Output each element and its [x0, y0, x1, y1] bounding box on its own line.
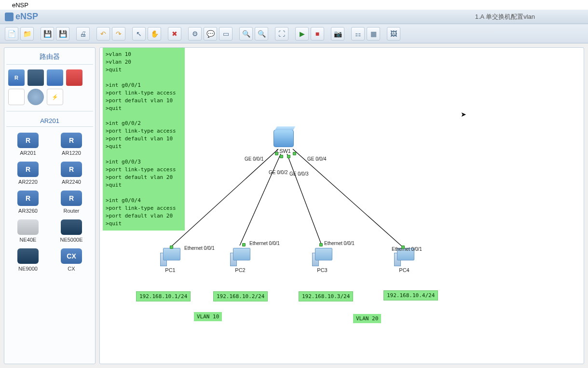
- pan-button[interactable]: ✋: [148, 27, 161, 41]
- cursor-icon: ➤: [461, 110, 466, 118]
- palette-other-icon[interactable]: ⚡: [47, 89, 63, 105]
- device-icon: R: [61, 162, 82, 177]
- start-button[interactable]: ▶: [295, 27, 309, 41]
- app-name: eNSP: [15, 12, 38, 22]
- palette-router-icon[interactable]: R: [8, 69, 25, 86]
- device-icon: CX: [61, 248, 82, 264]
- redo-button[interactable]: ↷: [112, 27, 125, 41]
- vlan20-label[interactable]: VLAN 20: [353, 314, 381, 323]
- device-NE40E[interactable]: NE40E: [8, 219, 48, 243]
- vlan10-label[interactable]: VLAN 10: [194, 312, 222, 321]
- stop-button[interactable]: ■: [311, 27, 324, 41]
- device-icon: R: [61, 191, 82, 206]
- pc1-ip[interactable]: 192.168.10.1/24: [136, 291, 191, 301]
- device-Router[interactable]: RRouter: [52, 191, 91, 214]
- device-label: Router: [63, 208, 79, 214]
- link-dot: [280, 155, 283, 158]
- pc4-label: PC4: [399, 267, 409, 273]
- device-label: AR201: [20, 150, 36, 156]
- link-dot: [287, 155, 290, 158]
- svg-line-2: [287, 154, 322, 245]
- device-label: NE40E: [20, 237, 37, 243]
- app-menu[interactable]: eNSP: [12, 1, 28, 9]
- topology-canvas[interactable]: >vlan 10 >vlan 20 >quit >int g0/0/1 >por…: [99, 47, 584, 364]
- svg-line-1: [240, 154, 281, 245]
- device-NE9000[interactable]: NE9000: [8, 248, 48, 272]
- device-AR2240[interactable]: RAR2240: [52, 162, 91, 185]
- device-label: AR1220: [62, 150, 81, 156]
- capture-button[interactable]: 📷: [331, 27, 344, 41]
- print-button[interactable]: 🖨: [76, 27, 90, 41]
- palette-pc-icon[interactable]: [8, 89, 25, 105]
- app-logo-icon: [5, 13, 14, 21]
- device-icon: R: [17, 133, 39, 148]
- select-button[interactable]: ↖: [132, 27, 146, 41]
- pc1-port: Ethernet 0/0/1: [184, 245, 215, 251]
- pc1-label: PC1: [165, 267, 175, 273]
- palette-firewall-icon[interactable]: [66, 69, 82, 86]
- config-button[interactable]: ⚙: [188, 27, 202, 41]
- text-button[interactable]: 💬: [204, 27, 217, 41]
- save-button[interactable]: 💾: [41, 27, 54, 41]
- pc2-label: PC2: [235, 267, 245, 273]
- device-AR2220[interactable]: RAR2220: [8, 162, 48, 185]
- port-label-ge2: GE 0/0/2: [269, 170, 287, 175]
- device-icon: [61, 219, 82, 235]
- pc1-device[interactable]: PC1: [160, 248, 180, 273]
- device-NE5000E[interactable]: NE5000E: [52, 219, 91, 243]
- save-all-button[interactable]: 💾: [56, 27, 69, 41]
- device-section-title: AR201: [6, 115, 93, 127]
- port-label-ge4: GE 0/0/4: [307, 156, 326, 162]
- fit-button[interactable]: ⛶: [275, 27, 288, 41]
- pc-icon: [160, 248, 180, 266]
- rect-button[interactable]: ▭: [219, 27, 232, 41]
- grid-button[interactable]: ▦: [367, 27, 380, 41]
- link-dot: [275, 152, 278, 155]
- port-label-ge3: GE 0/0/3: [289, 171, 308, 177]
- pc2-ip[interactable]: 192.168.10.2/24: [213, 291, 268, 301]
- switch-device[interactable]: LSW1: [273, 130, 294, 154]
- pc3-label: PC3: [317, 267, 327, 273]
- open-button[interactable]: 📁: [20, 27, 34, 41]
- delete-button[interactable]: ✖: [168, 27, 181, 41]
- switch-label: LSW1: [276, 148, 291, 154]
- app-logo: eNSP: [5, 12, 38, 22]
- pc3-ip[interactable]: 192.168.10.3/24: [299, 291, 353, 301]
- device-label: NE5000E: [60, 237, 82, 243]
- pc2-port: Ethernet 0/0/1: [249, 241, 280, 246]
- title-bar: eNSP 1.A 单交换机配置vlan: [0, 10, 588, 24]
- zoom-out-button[interactable]: 🔍: [255, 27, 268, 41]
- link-dot: [319, 243, 323, 246]
- pc4-port: Ethernet 0/0/1: [392, 246, 422, 252]
- device-grid: RAR201RAR1220RAR2220RAR2240RAR3260RRoute…: [6, 131, 93, 273]
- device-label: NE9000: [18, 266, 38, 272]
- device-AR3260[interactable]: RAR3260: [8, 191, 48, 214]
- pc3-device[interactable]: PC3: [312, 248, 332, 273]
- device-label: AR2220: [18, 179, 38, 185]
- link-dot: [242, 243, 246, 246]
- new-topo-button[interactable]: 📄: [5, 27, 18, 41]
- arrange-button[interactable]: ⚏: [351, 27, 365, 41]
- pc-icon: [230, 248, 250, 266]
- zoom-in-button[interactable]: 🔍: [239, 27, 253, 41]
- link-lines: [100, 48, 584, 364]
- palette-cloud-icon[interactable]: [27, 89, 44, 105]
- palette-switch-icon[interactable]: [27, 69, 44, 86]
- device-AR1220[interactable]: RAR1220: [52, 133, 91, 156]
- device-label: AR3260: [18, 208, 38, 214]
- device-sidebar: 路由器 R⚡ AR201 RAR201RAR1220RAR2220RAR2240…: [4, 47, 96, 364]
- snapshot-button[interactable]: 🖼: [387, 27, 400, 41]
- port-label-ge1: GE 0/0/1: [245, 156, 263, 162]
- device-CX[interactable]: CXCX: [52, 248, 91, 272]
- pc2-device[interactable]: PC2: [230, 248, 250, 273]
- palette-grid: R⚡: [6, 68, 93, 107]
- device-icon: R: [17, 191, 39, 206]
- link-dot: [401, 245, 405, 249]
- switch-icon: [273, 130, 294, 147]
- device-AR201[interactable]: RAR201: [8, 133, 48, 156]
- pc4-ip[interactable]: 192.168.10.4/24: [383, 290, 438, 300]
- toolbar: 📄📁💾💾🖨↶↷↖✋✖⚙💬▭🔍🔍⛶▶■📷⚏▦🖼: [0, 24, 588, 43]
- category-title: 路由器: [6, 50, 93, 65]
- palette-wlan-icon[interactable]: [47, 69, 63, 86]
- undo-button[interactable]: ↶: [96, 27, 110, 41]
